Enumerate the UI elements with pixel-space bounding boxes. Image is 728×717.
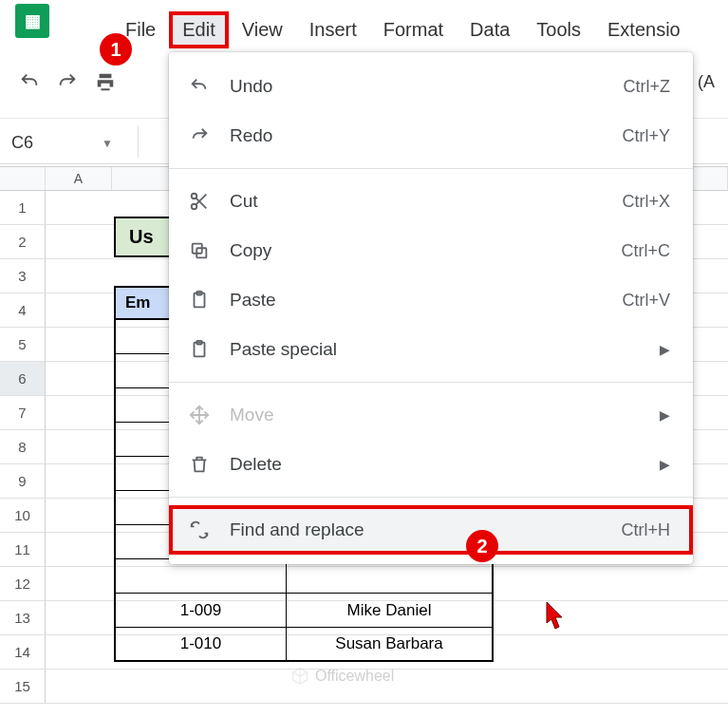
edit-menu-dropdown: Undo Ctrl+Z Redo Ctrl+Y Cut Ctrl+X Copy …: [169, 52, 693, 564]
menu-separator: [169, 382, 693, 383]
row-header[interactable]: 2: [0, 225, 46, 259]
menu-separator: [169, 497, 693, 498]
row-header[interactable]: 10: [0, 499, 46, 533]
svg-point-1: [192, 204, 197, 210]
clipboard-icon: [188, 289, 211, 311]
menu-item-label: Cut: [230, 191, 603, 212]
undo-icon[interactable]: [19, 71, 40, 92]
menu-bar: File Edit View Insert Format Data Tools …: [114, 13, 692, 47]
menu-item-copy[interactable]: Copy Ctrl+C: [169, 226, 693, 275]
menu-item-move: Move ▶: [169, 390, 693, 440]
cube-icon: [290, 667, 309, 686]
cell-name[interactable]: Susan Barbara: [287, 628, 492, 660]
menu-item-shortcut: Ctrl+X: [622, 192, 670, 212]
menu-item-find-replace[interactable]: Find and replace Ctrl+H: [169, 505, 693, 555]
clipboard-icon: [188, 338, 211, 361]
row-header[interactable]: 15: [0, 670, 46, 704]
cell[interactable]: [287, 559, 492, 593]
cell[interactable]: [46, 191, 112, 225]
cursor-pointer-icon: [539, 600, 566, 636]
copy-icon: [188, 239, 211, 262]
chevron-right-icon: ▶: [660, 342, 670, 357]
row-header[interactable]: 9: [0, 464, 46, 499]
find-replace-icon: [188, 519, 211, 541]
redo-icon: [188, 124, 211, 147]
menu-edit[interactable]: Edit: [171, 13, 226, 47]
watermark-text: Officewheel: [315, 668, 394, 685]
menu-item-shortcut: Ctrl+Z: [624, 77, 671, 97]
menu-item-shortcut: Ctrl+H: [621, 520, 670, 540]
row-header[interactable]: 7: [0, 396, 46, 430]
cell-id[interactable]: 1-010: [116, 628, 287, 660]
menu-separator: [169, 168, 693, 169]
menu-item-shortcut: Ctrl+C: [621, 241, 670, 261]
menu-item-paste-special[interactable]: Paste special ▶: [169, 325, 693, 374]
sheets-logo: ▦: [15, 4, 49, 38]
cell[interactable]: [116, 559, 287, 593]
watermark: Officewheel: [290, 667, 394, 686]
cell-name[interactable]: Mike Daniel: [287, 594, 492, 627]
menu-item-shortcut: Ctrl+V: [622, 291, 670, 311]
col-header-a[interactable]: A: [46, 167, 112, 190]
cell-id[interactable]: 1-009: [116, 594, 287, 627]
undo-icon: [188, 75, 211, 98]
menu-item-cut[interactable]: Cut Ctrl+X: [169, 177, 693, 226]
menu-format[interactable]: Format: [372, 13, 455, 47]
formula-bar-divider: [138, 125, 139, 158]
chevron-down-icon: ▼: [102, 137, 113, 150]
svg-point-0: [192, 194, 197, 199]
name-box[interactable]: C6 ▼: [11, 133, 121, 153]
row-header[interactable]: 12: [0, 567, 46, 601]
menu-item-delete[interactable]: Delete ▶: [169, 440, 693, 489]
row-header[interactable]: 14: [0, 635, 46, 670]
row-header[interactable]: 1: [0, 191, 46, 225]
row-header[interactable]: 13: [0, 601, 46, 635]
callout-2: 2: [466, 530, 498, 562]
menu-tools[interactable]: Tools: [525, 13, 592, 47]
row-header[interactable]: 5: [0, 328, 46, 362]
chevron-right-icon: ▶: [660, 457, 670, 472]
select-all-cell[interactable]: [0, 167, 46, 190]
menu-item-label: Undo: [230, 76, 605, 97]
table-header-cell[interactable]: Em: [114, 286, 171, 320]
menu-extensions[interactable]: Extensio: [596, 13, 692, 47]
row-header[interactable]: 3: [0, 259, 46, 293]
menu-insert[interactable]: Insert: [298, 13, 368, 47]
move-icon: [188, 404, 211, 426]
menu-item-label: Paste special: [230, 339, 641, 360]
menu-item-paste[interactable]: Paste Ctrl+V: [169, 275, 693, 325]
name-box-value: C6: [11, 133, 33, 153]
menu-item-label: Find and replace: [230, 519, 602, 540]
row-header[interactable]: 11: [0, 533, 46, 567]
menu-item-shortcut: Ctrl+Y: [622, 126, 670, 146]
chevron-right-icon: ▶: [660, 407, 670, 423]
menu-item-label: Move: [230, 405, 641, 425]
menu-view[interactable]: View: [231, 13, 294, 47]
menu-item-label: Redo: [230, 125, 603, 146]
menu-data[interactable]: Data: [458, 13, 521, 47]
redo-icon[interactable]: [57, 71, 78, 92]
menu-item-label: Copy: [230, 240, 602, 261]
menu-item-redo[interactable]: Redo Ctrl+Y: [169, 111, 693, 160]
table-title-cell[interactable]: Us: [114, 217, 171, 257]
row-header[interactable]: 6: [0, 362, 46, 396]
menu-item-label: Delete: [230, 454, 641, 475]
scissors-icon: [188, 190, 211, 213]
row-header[interactable]: 4: [0, 293, 46, 328]
menu-item-undo[interactable]: Undo Ctrl+Z: [169, 62, 693, 111]
print-icon[interactable]: [95, 71, 116, 92]
row-header[interactable]: 8: [0, 430, 46, 464]
toolbar: [19, 71, 116, 92]
menu-item-label: Paste: [230, 290, 603, 311]
callout-1: 1: [100, 33, 132, 66]
trash-icon: [188, 453, 211, 476]
